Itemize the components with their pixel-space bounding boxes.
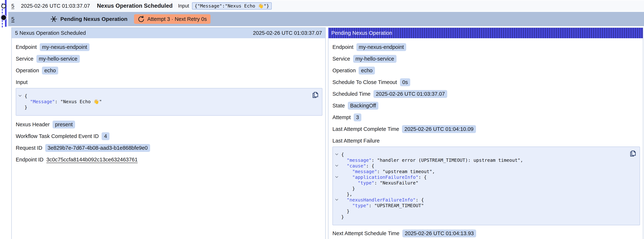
json-line: "applicationFailureInfo": { [333,174,623,180]
field-label: Endpoint [332,44,354,50]
field-operation: Operationecho [332,66,640,74]
field-attempt: Attempt3 [332,113,640,121]
field-endpoint: Endpointmy-nexus-endpoint [332,43,640,51]
event-input-chip[interactable]: {"Message":"Nexus Echo 👋"} [192,2,272,10]
field-label: State [332,103,345,109]
field-value: 4 [102,132,109,140]
field-schedule-to-close-timeout: Schedule To Close Timeout0s [332,78,640,86]
event-detail-header-title: 5 Nexus Operation Scheduled [15,30,86,36]
json-line: "nexusHandlerFailureInfo": { [333,197,623,203]
chevron-down-icon[interactable] [335,199,338,201]
json-line: } [333,214,623,220]
field-label: Service [16,56,34,62]
retry-badge-text: Attempt 3 · Next Retry 0s [147,16,207,22]
field-service: Servicemy-hello-service [16,55,322,63]
field-service: Servicemy-hello-service [332,55,640,63]
timeline-filled-dot[interactable] [1,15,6,20]
field-label: Operation [332,68,356,74]
event-input-label: Input [178,3,189,9]
field-last-attempt-complete-time: Last Attempt Complete Time2025-02-26 UTC… [332,125,640,133]
field-value: echo [358,66,375,74]
field-label: Workflow Task Completed Event ID [16,133,99,139]
field-value: 2025-02-26 UTC 01:04:10.09 [402,125,476,133]
field-operation: Operationecho [16,66,322,74]
field-value: 3e829b7e-7d67-4b08-aad3-b1e868bfe9e0 [45,144,150,152]
event-id-link[interactable]: 5 [11,3,14,9]
field-label: Request ID [16,145,42,151]
json-line: }, [333,192,623,197]
field-label: Schedule To Close Timeout [332,79,397,85]
event-title: Nexus Operation Scheduled [97,2,172,9]
json-line: "message": "handler error (UPSTREAM_TIME… [333,158,623,163]
retry-attempt-badge: Attempt 3 · Next Retry 0s [134,14,210,24]
chevron-down-icon[interactable] [335,176,338,178]
failure-json-viewer: { "message": "handler error (UPSTREAM_TI… [332,146,640,225]
field-scheduled-time: Scheduled Time2025-02-26 UTC 01:03:37.07 [332,90,640,98]
field-request-id: Request ID3e829b7e-7d67-4b08-aad3-b1e868… [16,144,322,152]
copy-icon[interactable] [311,91,319,99]
json-line: "message": "upstream timeout", [333,169,623,174]
field-value: my-hello-service [36,55,80,63]
field-value: BackingOff [348,102,378,110]
timeline-open-dot[interactable] [1,4,6,8]
field-value: present [52,120,75,128]
event-detail-header: 5 Nexus Operation Scheduled 2025-02-26 U… [12,28,325,38]
failure-section-label: Last Attempt Failure [332,138,640,144]
field-label: Next Attempt Schedule Time [332,230,400,236]
field-endpoint: Endpointmy-nexus-endpoint [16,43,322,51]
field-value: my-hello-service [353,55,396,63]
json-line: "type": "NexusFailure" [333,180,623,186]
chevron-down-icon[interactable] [18,95,22,97]
field-next-attempt-schedule-time: Next Attempt Schedule Time 2025-02-26 UT… [332,229,640,237]
event-detail-card: 5 Nexus Operation Scheduled 2025-02-26 U… [11,28,326,239]
retry-icon [138,16,144,22]
field-state: StateBackingOff [332,102,640,110]
field-value: 2025-02-26 UTC 01:03:37.07 [374,90,447,98]
field-workflow-task-completed-event-id: Workflow Task Completed Event ID4 [16,132,322,140]
event-time: 2025-02-26 UTC 01:03:37.07 [21,3,90,9]
json-line: } [333,186,623,192]
timeline-active-bar [5,0,6,27]
json-line: { [333,152,623,158]
field-value: my-nexus-endpoint [40,43,90,51]
json-line: } [16,104,306,110]
event-id-link[interactable]: 5 [11,16,14,22]
pending-operation-header: Pending Nexus Operation [328,28,643,38]
pending-title: Pending Nexus Operation [60,16,128,22]
event-row-pending[interactable]: 5 Pending Nexus Operation Attempt 3 · Ne… [8,12,644,26]
field-endpoint-id: Endpoint ID3c0c75ccfa8144b092c13ce632463… [16,156,322,164]
field-label: Endpoint [16,44,37,50]
chevron-down-icon[interactable] [335,153,338,155]
event-detail-fields: Endpointmy-nexus-endpointServicemy-hello… [16,43,322,74]
pending-operation-fields: Endpointmy-nexus-endpointServicemy-hello… [332,43,640,133]
field-value[interactable]: 3c0c75ccfa8144b092c13ce632463761 [46,157,138,163]
json-line: { [16,93,306,99]
copy-icon[interactable] [628,150,636,157]
pending-operation-header-title: Pending Nexus Operation [331,30,392,36]
field-value: my-nexus-endpoint [356,43,406,51]
json-line: "type": "UPSTREAM_TIMEOUT" [333,203,623,208]
field-label: Scheduled Time [332,91,370,97]
field-label: Last Attempt Complete Time [332,126,399,132]
field-value: echo [42,66,58,74]
event-row-scheduled[interactable]: 5 2025-02-26 UTC 01:03:37.07 Nexus Opera… [8,0,644,11]
json-line: "Message": "Nexus Echo 👋" [16,99,306,104]
json-line: "cause": { [333,163,623,169]
field-label: Service [332,56,350,62]
field-label: Nexus Header [16,122,50,128]
input-json-viewer: { "Message": "Nexus Echo 👋"} [16,88,322,116]
field-nexus-header: Nexus Headerpresent [16,120,322,128]
event-detail-header-time: 2025-02-26 UTC 01:03:37.07 [253,30,322,36]
pending-operation-card: Pending Nexus Operation Endpointmy-nexus… [328,28,643,239]
event-detail-fields-extra: Nexus HeaderpresentWorkflow Task Complet… [16,120,322,164]
field-label: Endpoint ID [16,157,44,163]
field-label: Attempt [332,114,351,120]
pending-asterisk-icon [50,15,58,23]
chevron-down-icon[interactable] [335,165,338,167]
json-line: } [333,208,623,214]
field-value: 2025-02-26 UTC 01:04:13.93 [402,230,476,237]
field-label: Operation [16,68,39,74]
field-value: 0s [400,78,410,86]
input-section-label: Input [16,79,322,86]
field-value: 3 [354,114,361,121]
